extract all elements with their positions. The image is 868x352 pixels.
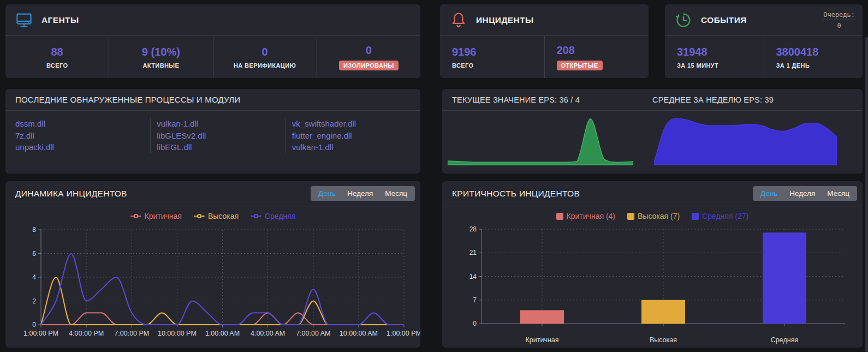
svg-text:4: 4 [32,273,36,281]
process-column: vk_swiftshader.dllflutter_engine.dllvulk… [286,118,420,153]
tab-месяц[interactable]: Месяц [379,189,413,198]
agents-card: АГЕНТЫ 88ВСЕГО9 (10%)АКТИВНЫЕ0НА ВЕРИФИК… [5,4,420,78]
processes-card: ПОСЛЕДНИЕ ОБНАРУЖЕННЫЕ ПРОЦЕССЫ И МОДУЛИ… [5,89,420,174]
stat-value: 208 [557,44,575,57]
tab-месяц[interactable]: Месяц [821,189,855,198]
incident-severity-card: КРИТИЧНОСТЬ ИНЦИДЕНТОВ ДеньНеделяМесяц К… [442,181,863,348]
process-link[interactable]: flutter_engine.dll [292,130,420,142]
severity-card-header: КРИТИЧНОСТЬ ИНЦИДЕНТОВ ДеньНеделяМесяц [442,181,863,206]
stat-всего: 88ВСЕГО [5,36,109,78]
svg-text:21: 21 [469,249,477,256]
process-link[interactable]: libGLESv2.dll [157,130,285,142]
stat-на-верификацию: 0НА ВЕРИФИКАЦИЮ [213,36,317,78]
incidents-card: ИНЦИДЕНТЫ 9196ВСЕГО208ОТКРЫТЫЕ [440,4,649,78]
incident-dynamics-card: ДИНАМИКА ИНЦИДЕНТОВ ДеньНеделяМесяц Крит… [5,181,420,348]
status-badge: ИЗОЛИРОВАНЫ [339,61,399,70]
svg-text:10:00:00 AM: 10:00:00 AM [340,330,378,337]
monitor-icon [14,10,34,30]
events-card-header: СОБЫТИЯ Очередь: 0 [665,4,863,36]
incident-severity-bar-chart: 07142128КритичнаяВысокаяСредняя [442,206,863,348]
events-card: СОБЫТИЯ Очередь: 0 31948ЗА 15 МИНУТ38004… [665,4,863,78]
process-link[interactable]: vk_swiftshader.dll [292,118,420,130]
agents-stats: 88ВСЕГО9 (10%)АКТИВНЫЕ0НА ВЕРИФИКАЦИЮ0ИЗ… [5,36,420,78]
eps-week-title: СРЕДНЕЕ ЗА НЕДЕЛЮ EPS: 39 [652,96,774,104]
stat-value: 0 [366,44,372,57]
incident-dynamics-line-chart: 1:00:00 PM4:00:00 PM7:00:00 PM10:00:00 P… [5,206,420,348]
process-link[interactable]: dssm.dll [15,118,150,130]
queue-label[interactable]: Очередь: [823,11,855,20]
tab-неделя[interactable]: Неделя [783,189,821,198]
eps-current-area-chart [448,114,633,166]
stat-value: 9196 [452,46,477,58]
stat-label: НА ВЕРИФИКАЦИЮ [234,62,296,69]
stat-value: 9 (10%) [142,46,180,58]
eps-week-area-chart [654,114,837,166]
dynamics-card-header: ДИНАМИКА ИНЦИДЕНТОВ ДеньНеделяМесяц [5,181,420,206]
eps-card: ТЕКУЩЕЕ ЗНАЧЕНИЕ EPS: 36 / 4 СРЕДНЕЕ ЗА … [442,89,863,174]
process-column: dssm.dll7z.dllunpacki.dll [15,118,150,153]
svg-text:4:00:00 AM: 4:00:00 AM [251,330,285,337]
events-stats: 31948ЗА 15 МИНУТ3800418ЗА 1 ДЕНЬ [665,36,863,78]
agents-card-header: АГЕНТЫ [5,4,420,36]
svg-text:0: 0 [32,321,36,329]
process-link[interactable]: vulkan-1.dll [292,141,420,153]
stat-value: 88 [51,46,63,58]
tab-день[interactable]: День [312,189,341,198]
stat-label: ЗА 1 ДЕНЬ [776,62,810,69]
svg-text:0: 0 [473,320,477,327]
stat-всего: 9196ВСЕГО [440,36,544,78]
svg-text:8: 8 [32,226,36,234]
svg-text:7:00:00 AM: 7:00:00 AM [296,330,330,337]
page-scrollbar[interactable] [865,37,868,352]
events-queue[interactable]: Очередь: 0 [823,11,855,29]
svg-text:10:00:00 PM: 10:00:00 PM [158,330,197,337]
severity-period-tabs: ДеньНеделяМесяц [753,186,857,201]
bell-icon [449,10,468,30]
processes-title: ПОСЛЕДНИЕ ОБНАРУЖЕННЫЕ ПРОЦЕССЫ И МОДУЛИ [5,89,420,111]
svg-text:2: 2 [32,297,36,305]
stat-label: ЗА 15 МИНУТ [677,62,718,69]
tab-неделя[interactable]: Неделя [341,189,379,198]
svg-text:6: 6 [32,250,36,258]
dynamics-title: ДИНАМИКА ИНЦИДЕНТОВ [15,181,127,206]
severity-title: КРИТИЧНОСТЬ ИНЦИДЕНТОВ [452,181,580,206]
process-link[interactable]: libEGL.dll [157,141,285,153]
events-title: СОБЫТИЯ [701,15,747,25]
process-column: vulkan-1.dlllibGLESv2.dlllibEGL.dll [150,118,285,153]
svg-text:Средняя: Средняя [771,336,798,344]
stat-label: ВСЕГО [452,62,473,69]
dashboard-page: АГЕНТЫ 88ВСЕГО9 (10%)АКТИВНЫЕ0НА ВЕРИФИК… [0,0,868,352]
stat-label: ВСЕГО [46,62,68,69]
tab-день[interactable]: День [754,189,783,198]
status-badge: ОТКРЫТЫЕ [557,61,603,70]
process-link[interactable]: 7z.dll [15,130,150,142]
svg-text:14: 14 [469,273,477,281]
svg-text:Высокая: Высокая [650,336,677,344]
incidents-title: ИНЦИДЕНТЫ [476,15,534,25]
stat-value: 31948 [677,46,708,58]
stat-value: 0 [262,46,268,58]
stat-за-15-минут: 31948ЗА 15 МИНУТ [665,36,764,78]
queue-value: 0 [823,22,855,29]
stat-активные: 9 (10%)АКТИВНЫЕ [109,36,212,78]
svg-text:7: 7 [473,296,477,304]
process-list: dssm.dll7z.dllunpacki.dllvulkan-1.dlllib… [5,111,420,153]
agents-title: АГЕНТЫ [41,15,79,25]
svg-text:1:00:00 AM: 1:00:00 AM [205,330,240,337]
stat-value: 3800418 [776,46,819,58]
svg-text:28: 28 [469,225,477,233]
incidents-stats: 9196ВСЕГО208ОТКРЫТЫЕ [440,36,649,78]
eps-card-header: ТЕКУЩЕЕ ЗНАЧЕНИЕ EPS: 36 / 4 СРЕДНЕЕ ЗА … [442,89,863,111]
svg-text:1:00:00 PM: 1:00:00 PM [387,330,420,337]
process-link[interactable]: vulkan-1.dll [157,118,285,130]
eps-current-title: ТЕКУЩЕЕ ЗНАЧЕНИЕ EPS: 36 / 4 [452,96,580,104]
stat-label: АКТИВНЫЕ [142,62,179,69]
process-link[interactable]: unpacki.dll [15,141,150,153]
svg-text:Критичная: Критичная [525,336,558,344]
stat-за-1-день: 3800418ЗА 1 ДЕНЬ [764,36,863,78]
svg-text:4:00:00 PM: 4:00:00 PM [69,330,104,337]
dynamics-period-tabs: ДеньНеделяМесяц [311,186,415,201]
incidents-card-header: ИНЦИДЕНТЫ [440,4,649,36]
stat-изолированы: 0ИЗОЛИРОВАНЫ [317,36,420,78]
svg-text:7:00:00 PM: 7:00:00 PM [114,330,149,337]
